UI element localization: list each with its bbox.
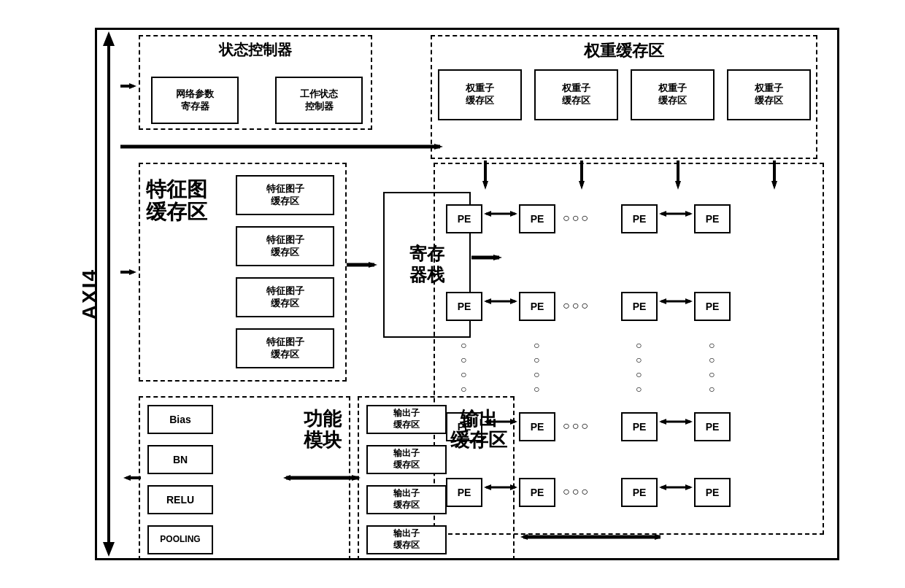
work-state-ctrl-box: 工作状态控制器	[275, 77, 363, 124]
svg-marker-4	[129, 83, 136, 89]
svg-marker-2	[103, 542, 115, 557]
pe-3-3: PE	[621, 412, 658, 441]
svg-marker-16	[129, 269, 136, 275]
feature-sub-box-1: 特征图子缓存区	[236, 175, 334, 215]
bn-label: BN	[173, 454, 188, 465]
net-param-reg-box: 网络参数寄存器	[151, 77, 239, 124]
arrow-to-weight	[120, 143, 449, 150]
pe-arrow-h-3-2	[658, 418, 694, 425]
pe-3-4: PE	[694, 412, 731, 441]
dots-h-2: ○○○	[563, 299, 590, 312]
output-buffer-title: 输出缓存区	[450, 409, 507, 450]
arrow-pe-to-output	[515, 533, 661, 541]
pe-1-2: PE	[519, 204, 555, 233]
svg-marker-44	[685, 484, 693, 490]
arrow-feature-to-reg	[347, 261, 383, 268]
pe-arrow-h-2-2	[658, 298, 694, 305]
svg-marker-46	[520, 534, 528, 540]
feature-sub-box-4: 特征图子缓存区	[236, 328, 334, 368]
dots-h-3: ○○○	[563, 419, 590, 433]
axi4-label: AXI4	[78, 268, 101, 320]
pe-arrow-h-2-1	[482, 298, 519, 305]
weight-buffer-title: 权重缓存区	[584, 40, 664, 62]
dots-h-1: ○○○	[563, 212, 590, 225]
pe-4-3: PE	[621, 478, 658, 507]
svg-marker-22	[484, 211, 491, 217]
arrow-to-feature	[120, 268, 142, 276]
svg-marker-43	[659, 484, 666, 490]
pe-1-3: PE	[621, 204, 658, 233]
state-controller-title: 状态控制器	[219, 40, 292, 60]
bias-label: Bias	[169, 414, 191, 425]
svg-marker-28	[484, 298, 491, 304]
svg-marker-47	[655, 534, 661, 540]
pe-4-4: PE	[694, 478, 731, 507]
pe-3-2: PE	[519, 412, 555, 441]
svg-marker-52	[123, 475, 131, 481]
dots-v-col3: ○ ○ ○ ○	[636, 339, 642, 395]
svg-marker-32	[685, 298, 693, 304]
state-controller-box: 状态控制器 网络参数寄存器 工作状态控制器	[139, 35, 372, 130]
output-sub-box-3: 输出子缓存区	[366, 485, 447, 514]
feature-sub-box-3: 特征图子缓存区	[236, 277, 334, 317]
dots-v-col4: ○ ○ ○ ○	[709, 339, 715, 395]
func-module-area: 功能模块 Bias BN RELU POOLING	[139, 396, 350, 560]
func-sub-box-pooling: POOLING	[147, 525, 213, 554]
pe-1-4: PE	[694, 204, 731, 233]
weight-sub-box-3: 权重子缓存区	[631, 69, 715, 120]
func-sub-box-bias: Bias	[147, 405, 213, 434]
relu-label: RELU	[166, 494, 194, 506]
feature-sub-box-2: 特征图子缓存区	[236, 226, 334, 266]
pe-2-4: PE	[694, 292, 731, 321]
pooling-label: POOLING	[160, 534, 200, 546]
diagram-container: AXI4 状态控制器 网络参数寄存器 工作状态控制器 权重缓存区 权重子缓存区 …	[51, 20, 854, 568]
dots-v-col2: ○ ○ ○ ○	[534, 339, 539, 395]
dots-v-col1: ○ ○ ○ ○	[461, 339, 466, 395]
pe-4-2: PE	[519, 478, 555, 507]
output-sub-box-2: 输出子缓存区	[366, 445, 447, 474]
dots-h-4: ○○○	[563, 485, 590, 498]
svg-marker-31	[659, 298, 666, 304]
svg-marker-26	[685, 211, 693, 217]
net-param-reg-label: 网络参数寄存器	[176, 88, 214, 113]
weight-buffer-area: 权重缓存区 权重子缓存区 权重子缓存区 权重子缓存区 权重子缓存区	[431, 35, 817, 159]
pe-arrow-h-1-2	[658, 210, 694, 217]
pe-arrow-h-4-2	[658, 484, 694, 491]
svg-marker-50	[352, 475, 361, 481]
feature-buffer-area: 特征图缓存区 特征图子缓存区 特征图子缓存区 特征图子缓存区 特征图子缓存区	[139, 163, 347, 382]
pe-2-3: PE	[621, 292, 658, 321]
svg-marker-29	[510, 298, 517, 304]
svg-marker-25	[659, 211, 666, 217]
svg-marker-1	[103, 31, 115, 46]
svg-marker-37	[659, 419, 666, 425]
svg-marker-23	[510, 211, 517, 217]
output-sub-box-1: 输出子缓存区	[366, 405, 447, 434]
svg-marker-18	[369, 262, 377, 268]
pe-2-1: PE	[446, 292, 482, 321]
weight-sub-box-1: 权重子缓存区	[438, 69, 522, 120]
arrow-output-pe-placeholder	[436, 474, 446, 481]
arrow-func-to-left	[120, 474, 142, 481]
weight-sub-box-2: 权重子缓存区	[534, 69, 618, 120]
pe-2-2: PE	[519, 292, 555, 321]
pe-arrow-h-1-1	[482, 210, 519, 217]
svg-marker-38	[685, 419, 693, 425]
func-module-title: 功能模块	[304, 409, 342, 450]
func-sub-box-relu: RELU	[147, 485, 213, 514]
work-state-ctrl-label: 工作状态控制器	[300, 88, 338, 113]
output-sub-box-4: 输出子缓存区	[366, 525, 447, 554]
func-sub-box-bn: BN	[147, 445, 213, 474]
feature-buffer-title: 特征图缓存区	[146, 179, 207, 224]
weight-sub-box-4: 权重子缓存区	[727, 69, 811, 120]
pe-1-1: PE	[446, 204, 482, 233]
